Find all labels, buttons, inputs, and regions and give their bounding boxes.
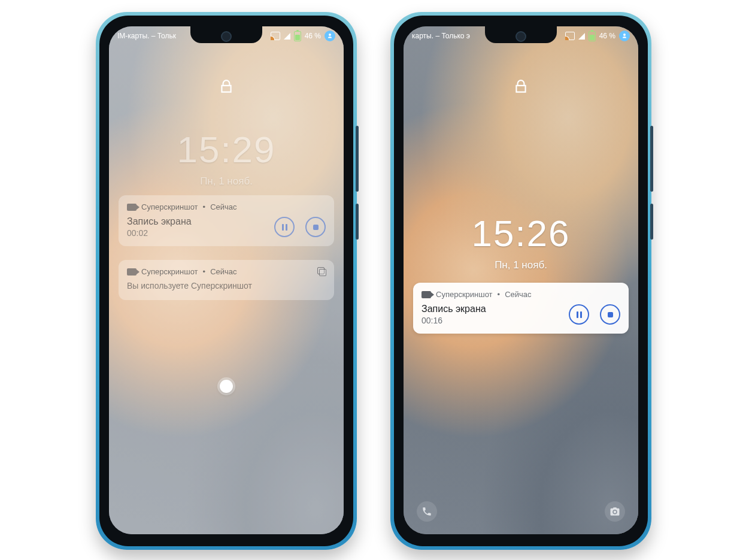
videocam-icon [127,268,137,276]
battery-icon [294,31,301,41]
stop-button[interactable] [305,217,326,237]
camera-shortcut[interactable] [605,501,625,522]
videocam-icon [421,291,431,298]
battery-percent: 46 % [305,32,321,40]
power-button[interactable] [356,204,359,240]
notification-recording[interactable]: Суперскриншот • Сейчас Запись экрана 00:… [119,195,334,246]
notif-sep: • [203,267,206,276]
stack-icon[interactable] [317,267,326,276]
notif-timer: 00:16 [421,316,486,325]
wallpaper [404,26,638,534]
lock-indicator [109,79,344,95]
notif-line: Вы используете Суперскриншот [127,281,326,290]
lock-indicator [404,79,638,95]
status-bar: карты. – Только э 46 % [404,26,638,46]
pause-button[interactable] [274,217,295,237]
notif-when: Сейчас [210,267,236,276]
notif-app: Суперскриншот [141,202,198,211]
status-bar: IM-карты. – Тольк 46 % [109,26,344,46]
status-left-text: карты. – Только э [412,32,470,40]
videocam-icon [127,204,137,211]
clock-date: Пн, 1 нояб. [495,259,547,271]
bottom-shortcuts [404,500,638,523]
bezel: карты. – Только э 46 % 15:2 [394,16,648,546]
assistive-dot[interactable] [220,380,233,393]
phone-left: IM-карты. – Тольк 46 % 15:2 [96,12,357,550]
volume-button[interactable] [356,126,359,192]
profile-icon[interactable] [325,31,335,41]
battery-icon [589,31,596,41]
lockscreen[interactable]: карты. – Только э 46 % 15:2 [404,26,638,534]
notif-title: Запись экрана [421,304,486,314]
notif-app: Суперскриншот [141,267,198,276]
status-left-text: IM-карты. – Тольк [117,32,176,40]
clock-time: 15:26 [471,212,570,255]
volume-button[interactable] [650,126,653,192]
notif-timer: 00:02 [127,228,192,238]
notif-when: Сейчас [210,202,236,211]
notification-usage[interactable]: Суперскриншот • Сейчас Вы используете Су… [119,260,334,300]
notification-recording[interactable]: Суперскриншот • Сейчас Запись экрана 00:… [413,283,629,334]
phone-right: карты. – Только э 46 % 15:2 [390,12,651,550]
cast-icon [565,32,575,40]
phone-shortcut[interactable] [417,501,437,522]
profile-icon[interactable] [619,31,630,41]
signal-icon [284,33,290,40]
notif-when: Сейчас [505,290,531,299]
cast-icon [271,32,280,40]
clock-area: 15:29 Пн, 1 нояб. [109,128,344,187]
stop-button[interactable] [600,304,620,325]
lockscreen[interactable]: IM-карты. – Тольк 46 % 15:2 [109,26,344,534]
notif-title: Запись экрана [127,216,192,227]
bezel: IM-карты. – Тольк 46 % 15:2 [99,16,353,546]
power-button[interactable] [650,204,653,240]
notif-sep: • [498,290,501,299]
clock-time: 15:29 [177,128,275,171]
battery-percent: 46 % [599,32,615,40]
clock-area: 15:26 Пн, 1 нояб. [404,212,638,271]
signal-icon [578,33,585,40]
notif-sep: • [203,202,206,211]
pause-button[interactable] [569,304,589,325]
clock-date: Пн, 1 нояб. [200,175,253,187]
notif-app: Суперскриншот [436,290,493,299]
